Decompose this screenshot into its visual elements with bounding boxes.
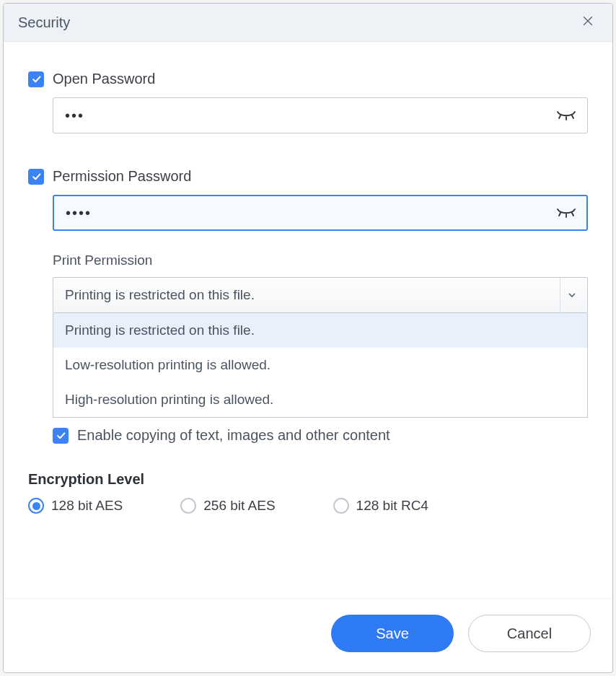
chevron-down-icon — [560, 278, 583, 312]
open-password-field-wrap — [53, 97, 588, 133]
print-option-restricted[interactable]: Printing is restricted on this file. — [53, 313, 587, 348]
svg-line-7 — [572, 213, 573, 216]
print-permission-dropdown: Printing is restricted on this file. Pri… — [53, 277, 588, 313]
permission-password-label: Permission Password — [53, 168, 191, 185]
print-permission-selected: Printing is restricted on this file. — [65, 287, 255, 303]
save-button[interactable]: Save — [331, 615, 454, 652]
encryption-option-128aes[interactable]: 128 bit AES — [28, 498, 123, 514]
open-password-row: Open Password — [28, 71, 588, 87]
eye-closed-icon[interactable] — [556, 110, 576, 121]
encryption-label: 128 bit RC4 — [356, 498, 428, 514]
eye-closed-icon[interactable] — [556, 207, 576, 219]
encryption-options: 128 bit AES 256 bit AES 128 bit RC4 — [28, 498, 588, 514]
svg-line-2 — [559, 115, 560, 118]
enable-copy-label: Enable copying of text, images and other… — [77, 427, 390, 444]
radio-icon — [180, 498, 196, 514]
print-option-lowres[interactable]: Low-resolution printing is allowed. — [53, 348, 587, 382]
close-icon[interactable] — [578, 14, 598, 31]
encryption-section: Encryption Level 128 bit AES 256 bit AES… — [28, 471, 588, 514]
permission-password-checkbox[interactable] — [28, 169, 44, 185]
open-password-label: Open Password — [53, 71, 155, 87]
encryption-option-128rc4[interactable]: 128 bit RC4 — [333, 498, 428, 514]
radio-icon — [28, 498, 44, 514]
open-password-input[interactable] — [53, 97, 588, 133]
permission-password-row: Permission Password — [28, 168, 588, 185]
print-permission-label: Print Permission — [53, 253, 588, 268]
dialog-title: Security — [18, 14, 70, 31]
dialog-footer: Save Cancel — [4, 598, 612, 672]
security-dialog: Security Open Password Permission Passwo… — [3, 3, 613, 673]
svg-line-4 — [572, 115, 573, 118]
permission-password-input[interactable] — [53, 195, 588, 231]
svg-line-5 — [559, 213, 560, 216]
open-password-checkbox[interactable] — [28, 71, 44, 87]
permission-password-field-wrap — [53, 195, 588, 231]
encryption-option-256aes[interactable]: 256 bit AES — [180, 498, 275, 514]
radio-icon — [333, 498, 349, 514]
cancel-button[interactable]: Cancel — [468, 615, 591, 652]
print-permission-select[interactable]: Printing is restricted on this file. — [53, 277, 588, 313]
encryption-label: 256 bit AES — [203, 498, 275, 514]
print-permission-options: Printing is restricted on this file. Low… — [53, 313, 588, 418]
print-option-highres[interactable]: High-resolution printing is allowed. — [53, 382, 587, 417]
print-permission-section: Print Permission Printing is restricted … — [53, 253, 588, 313]
enable-copy-row: Enable copying of text, images and other… — [53, 427, 588, 444]
encryption-label: 128 bit AES — [51, 498, 123, 514]
titlebar: Security — [4, 4, 612, 42]
dialog-content: Open Password Permission Password Print … — [4, 42, 612, 598]
enable-copy-checkbox[interactable] — [53, 428, 69, 444]
encryption-title: Encryption Level — [28, 471, 588, 488]
